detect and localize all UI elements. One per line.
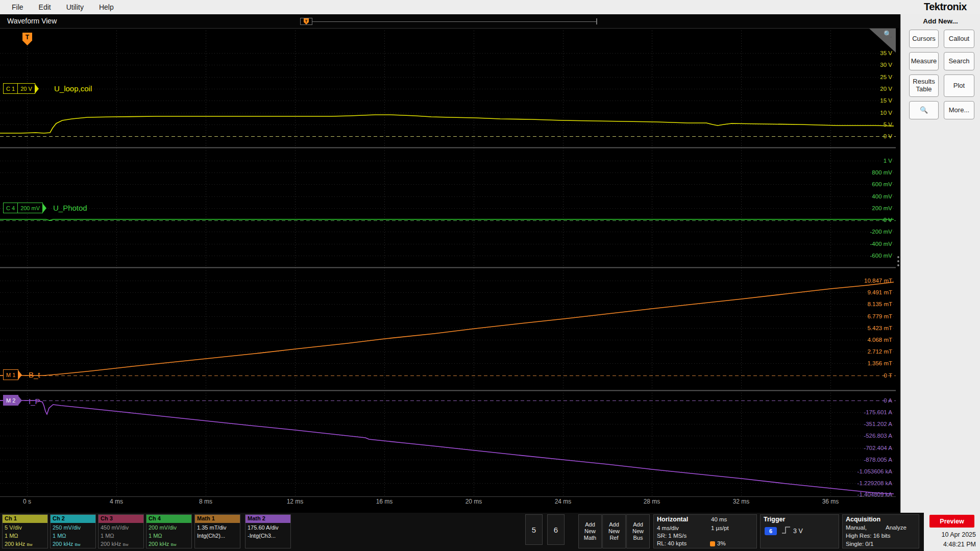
measure-button[interactable]: Measure [909, 52, 939, 70]
zoom-button[interactable]: 🔍 [909, 101, 939, 119]
y-axis-label-math2: -351.202 A [826, 420, 892, 428]
y-axis-label-math1: 5.423 mT [826, 324, 892, 332]
channel4-badge-scale: 200 mV [17, 203, 42, 213]
ch2-bandwidth: 200 kHz [53, 541, 73, 547]
plot-button[interactable]: Plot [944, 74, 974, 97]
trace-ch1[interactable] [0, 115, 894, 133]
datetime-display: 10 Apr 2025 4:48:21 PM [942, 530, 976, 549]
tektronix-logo: Tektronix [924, 1, 967, 13]
trigger-slope-icon [781, 525, 791, 535]
math2-settings-badge[interactable]: Math 2 175.60 A/div -Intg(Ch3... [245, 514, 291, 548]
math1-settings-badge[interactable]: Math 1 1.35 mT/div Intg(Ch2)... [194, 514, 240, 548]
channel4-waveform-label: U_Photod [53, 204, 87, 212]
math1-scale: 1.35 mT/div [197, 523, 240, 532]
math1-badge-label: M 1 [4, 372, 18, 378]
menu-help[interactable]: Help [91, 3, 121, 11]
clipping-warning-icon [710, 541, 715, 546]
ch2-badge-title: Ch 2 [51, 515, 95, 523]
y-axis-label-ch4: -600 mV [826, 252, 892, 260]
ch3-scale: 450 mV/div [101, 523, 143, 532]
x-axis-label: 16 ms [366, 498, 402, 505]
add-math-line1: Add [585, 521, 595, 528]
add-new-title: Add New... [901, 14, 980, 25]
oscilloscope-screen: T 🔍 C 1 20 V C 4 200 mV M 1 M 2 U_loop,c… [0, 0, 980, 551]
ch4-settings-badge[interactable]: Ch 4 200 mV/div 1 MΩ 200 kHz Bw [146, 514, 192, 548]
position-indicator-endcap [596, 18, 597, 24]
y-axis-label-ch1: 15 V [826, 96, 892, 105]
acquisition-detail: High Res: 16 bits [846, 533, 891, 539]
ch1-settings-badge[interactable]: Ch 1 5 V/div 1 MΩ 200 kHz Bw [2, 514, 48, 548]
math1-reference-badge[interactable]: M 1 [3, 369, 18, 380]
y-axis-label-ch1: 30 V [826, 61, 892, 69]
channel1-badge-scale: 20 V [17, 84, 35, 93]
more-button[interactable]: More... [944, 101, 974, 119]
badge-button-5[interactable]: 5 [525, 514, 543, 545]
add-new-math-button[interactable]: Add New Math [578, 514, 602, 548]
math1-expression: Intg(Ch2)... [197, 532, 240, 540]
trace-ch4[interactable] [0, 219, 894, 220]
trace-math2[interactable] [0, 400, 894, 494]
search-button[interactable]: Search [944, 52, 974, 70]
math2-badge-label: M 2 [4, 397, 18, 404]
x-axis-label: 24 ms [545, 498, 581, 505]
channel1-reference-badge[interactable]: C 1 20 V [3, 83, 35, 94]
callout-button[interactable]: Callout [944, 30, 974, 48]
horizontal-span: 40 ms [711, 516, 727, 522]
badge-button-6[interactable]: 6 [547, 514, 565, 545]
y-axis-label-math2: -702.404 A [826, 444, 892, 452]
ch2-settings-badge[interactable]: Ch 2 250 mV/div 1 MΩ 200 kHz Bw [50, 514, 96, 548]
y-axis-label-math1: 0 T [826, 371, 892, 380]
section-divider-lines [0, 29, 896, 497]
acquisition-analyze: Analyze [886, 524, 906, 531]
waveform-canvas[interactable] [0, 0, 896, 513]
trace-math1[interactable] [0, 282, 894, 375]
ch3-badge-title: Ch 3 [99, 515, 143, 523]
acquisition-settings-panel[interactable]: Acquisition Manual, Analyze High Res: 16… [842, 514, 919, 548]
y-axis-label-math1: 2.712 mT [826, 347, 892, 356]
y-axis-label-math2: -175.601 A [826, 408, 892, 416]
horizontal-record-length: RL: 40 kpts [657, 540, 687, 546]
y-axis-label-math1: 10.847 mT [826, 277, 892, 285]
add-math-line2: New [584, 528, 596, 534]
preview-button[interactable]: Preview [929, 515, 974, 528]
menu-file[interactable]: File [4, 3, 31, 11]
trigger-level: 3 V [793, 528, 803, 535]
add-new-ref-button[interactable]: Add New Ref [602, 514, 626, 548]
panel-splitter-handle[interactable] [897, 254, 900, 268]
ch4-impedance: 1 MΩ [149, 532, 191, 540]
x-axis-label: 28 ms [634, 498, 670, 505]
add-new-bus-button[interactable]: Add New Bus [626, 514, 650, 548]
position-marker-box[interactable]: T [300, 18, 312, 25]
trigger-settings-panel[interactable]: Trigger 6 3 V [760, 514, 839, 548]
horizontal-position-indicator[interactable]: T [300, 18, 597, 25]
y-axis-label-ch1: 20 V [826, 85, 892, 93]
y-axis-label-math2: 0 A [826, 396, 892, 405]
menu-utility[interactable]: Utility [59, 3, 91, 11]
ch1-bandwidth: 200 kHz [5, 541, 25, 547]
y-axis-label-ch4: -200 mV [826, 228, 892, 236]
grid-horizontal-lines [0, 54, 896, 484]
y-axis-label-math1: 4.068 mT [826, 336, 892, 344]
ch3-impedance: 1 MΩ [101, 532, 143, 540]
results-table-button[interactable]: Results Table [909, 74, 939, 97]
y-axis-label-ch1: 10 V [826, 109, 892, 117]
ch1-badge-title: Ch 1 [3, 515, 47, 523]
math1-badge-title: Math 1 [195, 515, 240, 523]
menu-edit[interactable]: Edit [31, 3, 59, 11]
magnifier-icon: 🔍 [920, 107, 928, 114]
acquisition-single: Single: 0/1 [846, 541, 873, 547]
add-bus-line3: Bus [633, 535, 643, 541]
trigger-title: Trigger [764, 516, 785, 523]
channel4-reference-badge[interactable]: C 4 200 mV [3, 203, 43, 213]
ch3-settings-badge[interactable]: Ch 3 450 mV/div 1 MΩ 200 kHz Bw [98, 514, 144, 548]
bottom-settings-bar: Ch 1 5 V/div 1 MΩ 200 kHz Bw Ch 2 250 mV… [0, 513, 924, 551]
x-axis-label: 0 s [9, 498, 45, 505]
waveform-plot-area[interactable]: T 🔍 C 1 20 V C 4 200 mV M 1 M 2 U_loop,c… [0, 0, 896, 513]
horizontal-settings-panel[interactable]: Horizontal 40 ms 4 ms/div 1 µs/pt SR: 1 … [653, 514, 757, 548]
ch1-impedance: 1 MΩ [5, 532, 47, 540]
math2-reference-badge[interactable]: M 2 [3, 395, 18, 406]
ch4-badge-title: Ch 4 [146, 515, 191, 523]
cursors-button[interactable]: Cursors [909, 30, 939, 48]
position-indicator-line [312, 21, 596, 22]
ch2-scale: 250 mV/div [53, 523, 95, 532]
